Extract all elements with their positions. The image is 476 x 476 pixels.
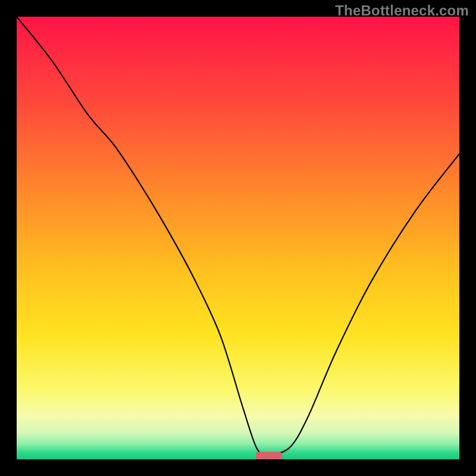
chart-container: TheBottleneck.com	[0, 0, 476, 476]
optimal-marker	[256, 452, 283, 459]
plot-area	[17, 17, 459, 459]
bottleneck-chart	[17, 17, 459, 459]
watermark-text: TheBottleneck.com	[335, 2, 469, 19]
